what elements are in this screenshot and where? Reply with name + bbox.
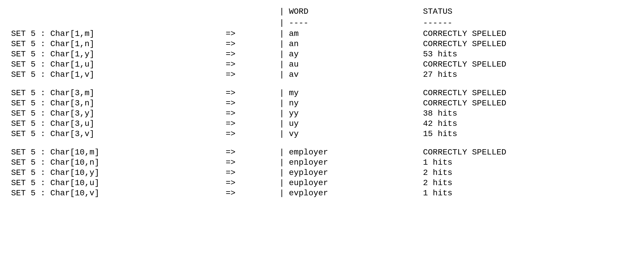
table-row: SET 5 : Char[10,y]=>|eyployer2 hits: [9, 168, 635, 178]
status-cell: 2 hits: [421, 168, 635, 178]
arrow-cell: =>: [223, 129, 277, 139]
word-cell: am: [286, 29, 421, 39]
word-cell: my: [286, 88, 421, 98]
pipe-cell: |: [277, 98, 287, 108]
arrow-cell: =>: [223, 39, 277, 49]
set-cell: SET 5 : Char[10,n]: [9, 157, 223, 168]
status-cell: 53 hits: [421, 49, 635, 59]
arrow-cell: =>: [223, 188, 277, 198]
word-cell: uy: [286, 119, 421, 129]
table-row: SET 5 : Char[10,u]=>|euployer2 hits: [9, 178, 635, 188]
pipe-cell: |: [277, 88, 287, 98]
pipe-cell: |: [277, 157, 287, 168]
status-col-header: STATUS: [421, 6, 635, 17]
pipe-cell: |: [277, 49, 287, 59]
word-cell: an: [286, 39, 421, 49]
arrow-cell: =>: [223, 49, 277, 59]
set-col-header: [9, 6, 223, 17]
pipe-cell: |: [277, 119, 287, 129]
arrow-cell: =>: [223, 147, 277, 157]
table-row: SET 5 : Char[1,n]=>|anCORRECTLY SPELLED: [9, 39, 635, 49]
pipe-cell: |: [277, 188, 287, 198]
pipe-cell: |: [277, 108, 287, 119]
word-cell: au: [286, 59, 421, 69]
table-header-divider: | ---- ------: [9, 17, 635, 29]
set-cell: SET 5 : Char[3,n]: [9, 98, 223, 108]
word-cell: av: [286, 69, 421, 80]
set-cell: SET 5 : Char[10,y]: [9, 168, 223, 178]
arrow-cell: =>: [223, 88, 277, 98]
set-cell: SET 5 : Char[3,m]: [9, 88, 223, 98]
status-cell: CORRECTLY SPELLED: [421, 147, 635, 157]
arrow-cell: =>: [223, 59, 277, 69]
pipe-cell: |: [277, 29, 287, 39]
table-row: SET 5 : Char[3,n]=>|nyCORRECTLY SPELLED: [9, 98, 635, 108]
table-row: SET 5 : Char[3,y]=>|yy38 hits: [9, 108, 635, 119]
table-row: SET 5 : Char[1,m]=>|amCORRECTLY SPELLED: [9, 29, 635, 39]
word-cell: enployer: [286, 157, 421, 168]
set-cell: SET 5 : Char[10,u]: [9, 178, 223, 188]
arrow-cell: =>: [223, 157, 277, 168]
status-cell: 42 hits: [421, 119, 635, 129]
word-cell: ay: [286, 49, 421, 59]
status-cell: 15 hits: [421, 129, 635, 139]
spacer-row: [9, 139, 635, 147]
pipe-cell: |: [277, 39, 287, 49]
table-row: SET 5 : Char[1,y]=>|ay53 hits: [9, 49, 635, 59]
status-cell: 1 hits: [421, 157, 635, 168]
word-col-header: WORD: [286, 6, 421, 17]
word-cell: yy: [286, 108, 421, 119]
pipe-cell: |: [277, 147, 287, 157]
word-cell: vy: [286, 129, 421, 139]
set-cell: SET 5 : Char[10,v]: [9, 188, 223, 198]
table-row: SET 5 : Char[3,m]=>|myCORRECTLY SPELLED: [9, 88, 635, 98]
pipe-cell: |: [277, 59, 287, 69]
arrow-cell: =>: [223, 108, 277, 119]
arrow-cell: =>: [223, 178, 277, 188]
status-dash: ------: [421, 17, 635, 29]
table-row: SET 5 : Char[3,v]=>|vy15 hits: [9, 129, 635, 139]
word-dash: ----: [286, 17, 421, 29]
status-cell: 27 hits: [421, 69, 635, 80]
set-cell: SET 5 : Char[3,u]: [9, 119, 223, 129]
status-cell: CORRECTLY SPELLED: [421, 59, 635, 69]
arrow-cell: =>: [223, 119, 277, 129]
set-cell: SET 5 : Char[1,u]: [9, 59, 223, 69]
set-cell: SET 5 : Char[1,m]: [9, 29, 223, 39]
status-cell: CORRECTLY SPELLED: [421, 98, 635, 108]
status-cell: CORRECTLY SPELLED: [421, 29, 635, 39]
arrow-col-header: [223, 6, 277, 17]
arrow-cell: =>: [223, 168, 277, 178]
set-cell: SET 5 : Char[1,y]: [9, 49, 223, 59]
set-cell: SET 5 : Char[3,v]: [9, 129, 223, 139]
word-cell: employer: [286, 147, 421, 157]
status-cell: CORRECTLY SPELLED: [421, 88, 635, 98]
table-row: SET 5 : Char[1,v]=>|av27 hits: [9, 69, 635, 80]
set-cell: SET 5 : Char[3,y]: [9, 108, 223, 119]
pipe-cell: |: [277, 129, 287, 139]
word-cell: eyployer: [286, 168, 421, 178]
status-cell: 38 hits: [421, 108, 635, 119]
arrow-cell: =>: [223, 98, 277, 108]
spacer-row: [9, 80, 635, 88]
set-cell: SET 5 : Char[1,v]: [9, 69, 223, 80]
word-cell: evployer: [286, 188, 421, 198]
table-row: SET 5 : Char[10,m]=>|employerCORRECTLY S…: [9, 147, 635, 157]
table-row: SET 5 : Char[10,n]=>|enployer1 hits: [9, 157, 635, 168]
pipe-cell: |: [277, 178, 287, 188]
status-cell: CORRECTLY SPELLED: [421, 39, 635, 49]
pipe-header: |: [277, 6, 287, 17]
table-row: SET 5 : Char[1,u]=>|auCORRECTLY SPELLED: [9, 59, 635, 69]
pipe-cell: |: [277, 69, 287, 80]
table-row: SET 5 : Char[10,v]=>|evployer1 hits: [9, 188, 635, 198]
word-cell: euployer: [286, 178, 421, 188]
status-cell: 1 hits: [421, 188, 635, 198]
set-cell: SET 5 : Char[1,n]: [9, 39, 223, 49]
table-header: | WORD STATUS: [9, 6, 635, 17]
pipe-cell: |: [277, 168, 287, 178]
table-row: SET 5 : Char[3,u]=>|uy42 hits: [9, 119, 635, 129]
arrow-cell: =>: [223, 29, 277, 39]
word-cell: ny: [286, 98, 421, 108]
status-cell: 2 hits: [421, 178, 635, 188]
set-cell: SET 5 : Char[10,m]: [9, 147, 223, 157]
